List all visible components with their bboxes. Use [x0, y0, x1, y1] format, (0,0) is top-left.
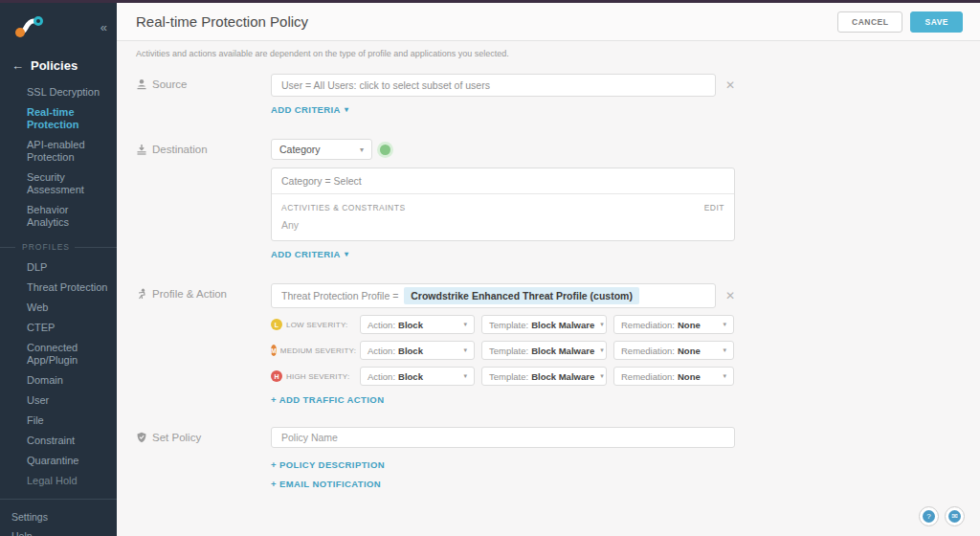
- high-action-dropdown[interactable]: Action: Block ▾: [360, 367, 475, 386]
- profile-action-icon: [136, 288, 147, 300]
- caret-down-icon: ▾: [594, 346, 604, 354]
- source-section-label: Source: [152, 78, 187, 90]
- destination-section: Destination Category ▾ Category = Select…: [136, 139, 961, 261]
- sidebar-item-file[interactable]: File: [27, 414, 109, 427]
- nav-title-label: Policies: [31, 58, 78, 73]
- caret-down-icon: ▾: [717, 346, 726, 354]
- sidebar-item-dlp[interactable]: DLP: [27, 261, 109, 274]
- sidebar-item-quarantine[interactable]: Quarantine: [27, 455, 109, 467]
- sidebar-item-settings[interactable]: Settings: [11, 511, 117, 523]
- high-template-dropdown[interactable]: Template: Block Malware ▾: [481, 367, 607, 386]
- caret-down-icon: ▾: [594, 372, 604, 380]
- caret-down-icon: ▾: [457, 321, 467, 328]
- sidebar-item-legal-hold[interactable]: Legal Hold: [27, 475, 109, 487]
- caret-down-icon: ▾: [717, 372, 726, 380]
- cancel-button[interactable]: CANCEL: [837, 11, 902, 33]
- low-action-dropdown[interactable]: Action: Block ▾: [360, 315, 475, 334]
- sidebar-item-connected-app-plugin[interactable]: Connected App/Plugin: [27, 342, 109, 367]
- destination-criteria-field[interactable]: Category = Select: [272, 168, 734, 194]
- threat-protection-profile-field[interactable]: Threat Protection Profile = Crowdstrike …: [271, 283, 716, 308]
- netskope-logo: [13, 14, 46, 39]
- sidebar-item-behavior-analytics[interactable]: Behavior Analytics: [27, 204, 109, 229]
- save-button[interactable]: SAVE: [910, 11, 963, 33]
- edit-activities-button[interactable]: EDIT: [704, 203, 724, 212]
- remove-source-criteria-icon[interactable]: ✕: [725, 78, 735, 92]
- back-arrow-icon: ←: [11, 58, 24, 73]
- medium-template-dropdown[interactable]: Template: Block Malware ▾: [481, 341, 607, 360]
- caret-down-icon: ▾: [457, 346, 467, 354]
- page-description: Activities and actions available are dep…: [117, 41, 980, 58]
- sidebar-nav-title[interactable]: ← Policies: [0, 39, 117, 86]
- low-remediation-dropdown[interactable]: Remediation: None ▾: [613, 315, 734, 334]
- destination-icon: [136, 144, 147, 155]
- caret-down-icon: ▾: [345, 250, 348, 258]
- sidebar-item-security-assessment[interactable]: Security Assessment: [27, 171, 109, 196]
- add-email-notification-button[interactable]: + EMAIL NOTIFICATION: [271, 479, 381, 489]
- sidebar-item-ssl-decryption[interactable]: SSL Decryption: [27, 86, 109, 99]
- help-button[interactable]: ?: [919, 506, 939, 526]
- sidebar-item-constraint[interactable]: Constraint: [27, 435, 109, 447]
- low-severity-label: LOW SEVERITY:: [286, 321, 347, 329]
- sidebar-item-ctep[interactable]: CTEP: [27, 322, 109, 334]
- status-green-dot: [380, 145, 390, 155]
- medium-severity-icon: M: [271, 345, 277, 356]
- mail-icon: ✉: [948, 510, 961, 523]
- destination-section-label: Destination: [152, 144, 208, 155]
- caret-down-icon: ▾: [457, 372, 467, 380]
- low-severity-icon: L: [271, 319, 282, 330]
- sidebar-item-real-time-protection[interactable]: Real-time Protection: [27, 106, 109, 131]
- low-template-dropdown[interactable]: Template: Block Malware ▾: [481, 315, 607, 334]
- medium-severity-row: M MEDIUM SEVERITY: Action: Block ▾ Templ…: [271, 341, 735, 360]
- collapse-sidebar-button[interactable]: «: [100, 20, 107, 34]
- caret-down-icon: ▾: [717, 321, 726, 328]
- source-user-icon: [136, 78, 147, 90]
- high-severity-icon: H: [271, 370, 282, 382]
- set-policy-section: Set Policy + POLICY DESCRIPTION + EMAIL …: [136, 427, 961, 489]
- set-policy-shield-icon: [136, 432, 147, 443]
- source-section: Source User = All Users: click to select…: [136, 74, 961, 117]
- sidebar-item-domain[interactable]: Domain: [27, 374, 109, 387]
- profile-action-section-label: Profile & Action: [152, 288, 227, 300]
- set-policy-section-label: Set Policy: [152, 432, 201, 443]
- destination-type-select[interactable]: Category ▾: [271, 139, 372, 160]
- sidebar-item-user[interactable]: User: [27, 394, 109, 407]
- high-severity-label: HIGH SEVERITY:: [286, 372, 349, 381]
- add-traffic-action-button[interactable]: + ADD TRAFFIC ACTION: [271, 394, 384, 405]
- profiles-section-divider: PROFILES: [0, 242, 117, 252]
- caret-down-icon: ▾: [345, 105, 348, 114]
- caret-down-icon: ▾: [594, 321, 604, 328]
- sidebar-footer-divider: [0, 499, 117, 500]
- destination-add-criteria-button[interactable]: ADD CRITERIA ▾: [271, 249, 348, 259]
- add-policy-description-button[interactable]: + POLICY DESCRIPTION: [271, 459, 385, 470]
- page-title: Real-time Protection Policy: [136, 13, 308, 30]
- sidebar-item-threat-protection[interactable]: Threat Protection: [27, 281, 109, 294]
- profiles-divider-label: PROFILES: [15, 242, 75, 252]
- medium-severity-label: MEDIUM SEVERITY:: [280, 346, 356, 355]
- caret-down-icon: ▾: [360, 145, 364, 154]
- activities-value: Any: [272, 214, 734, 240]
- source-add-criteria-button[interactable]: ADD CRITERIA ▾: [271, 104, 348, 115]
- low-severity-row: L LOW SEVERITY: Action: Block ▾ Template…: [271, 315, 735, 334]
- high-remediation-dropdown[interactable]: Remediation: None ▾: [613, 367, 734, 386]
- sidebar-item-api-enabled-protection[interactable]: API-enabled Protection: [27, 139, 109, 164]
- high-severity-row: H HIGH SEVERITY: Action: Block ▾ Templat…: [271, 367, 735, 386]
- medium-remediation-dropdown[interactable]: Remediation: None ▾: [613, 341, 734, 360]
- sidebar: « ← Policies SSL Decryption Real-time Pr…: [0, 3, 117, 536]
- feedback-mail-button[interactable]: ✉: [945, 506, 965, 526]
- activities-constraints-header: ACTIVITIES & CONSTRAINTS: [281, 203, 406, 212]
- profile-action-section: Profile & Action Threat Protection Profi…: [136, 283, 961, 405]
- source-criteria-field[interactable]: User = All Users: click to select subset…: [271, 74, 716, 97]
- help-icon: ?: [923, 510, 935, 523]
- medium-action-dropdown[interactable]: Action: Block ▾: [360, 341, 475, 360]
- sidebar-item-help[interactable]: Help: [11, 530, 117, 536]
- policy-name-input[interactable]: [271, 427, 735, 448]
- main-content: Real-time Protection Policy CANCEL SAVE …: [117, 3, 980, 536]
- profile-chip[interactable]: Crowdstrike Enhanced Threat Profile (cus…: [404, 287, 639, 304]
- remove-profile-criteria-icon[interactable]: ✕: [725, 289, 735, 302]
- sidebar-item-web[interactable]: Web: [27, 302, 109, 314]
